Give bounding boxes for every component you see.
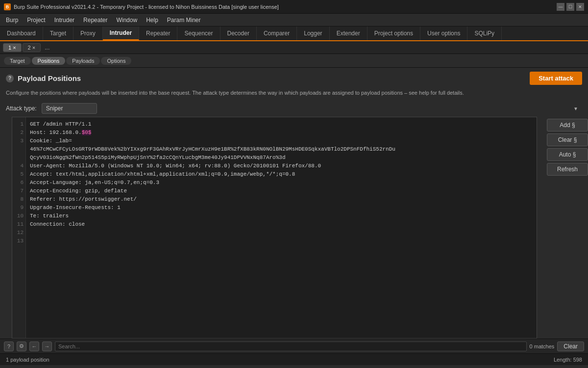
code-line-11: Connection: close: [30, 220, 533, 229]
code-line-8: Referer: https://portswigger.net/: [30, 195, 533, 204]
menu-item-intruder[interactable]: Intruder: [50, 15, 78, 25]
menu-bar: Burp Project Intruder Repeater Window He…: [0, 14, 588, 26]
attack-type-select[interactable]: Sniper Battering ram Pitchfork Cluster b…: [42, 103, 97, 114]
window-controls: — ☐ ✕: [557, 3, 584, 11]
back-button[interactable]: ←: [29, 342, 39, 351]
attack-type-wrapper: Sniper Battering ram Pitchfork Cluster b…: [42, 103, 582, 114]
nav-tab-sequencer[interactable]: Sequencer: [177, 26, 220, 40]
refresh-button[interactable]: Refresh: [547, 163, 588, 176]
help-icon-btn[interactable]: ?: [4, 342, 14, 351]
nav-tab-decoder[interactable]: Decoder: [220, 26, 257, 40]
side-buttons: Add § Clear § Auto § Refresh: [543, 117, 588, 339]
menu-item-project[interactable]: Project: [23, 15, 49, 25]
nav-tab-extender[interactable]: Extender: [330, 26, 368, 40]
page-tabs: 1 × 2 × ...: [0, 41, 588, 54]
close-button[interactable]: ✕: [576, 3, 584, 11]
length-display: Length: 598: [554, 357, 582, 363]
section-title: Payload Positions: [18, 74, 81, 82]
clear-section-button[interactable]: Clear §: [547, 133, 588, 146]
subtab-target[interactable]: Target: [4, 57, 31, 65]
page-tab-2[interactable]: 2 ×: [23, 43, 41, 52]
window-title: Burp Suite Professional v2021.4.2 - Temp…: [14, 4, 279, 10]
nav-tab-comparer[interactable]: Comparer: [257, 26, 297, 40]
code-line-3: Cookie: _lab=: [30, 137, 533, 145]
help-button[interactable]: ?: [6, 75, 14, 82]
page-tab-1[interactable]: 1 ×: [3, 43, 22, 52]
maximize-button[interactable]: ☐: [566, 3, 574, 11]
code-line-13: [30, 237, 533, 245]
status-bar: 1 payload position Length: 598: [0, 353, 588, 365]
attack-type-row: Attack type: Sniper Battering ram Pitchf…: [0, 101, 588, 117]
nav-tab-proxy[interactable]: Proxy: [74, 26, 103, 40]
clear-search-button[interactable]: Clear: [557, 342, 584, 351]
page-tab-more[interactable]: ...: [42, 43, 52, 52]
code-line-10: Te: trailers: [30, 212, 533, 220]
minimize-button[interactable]: —: [557, 3, 564, 11]
code-line-5: Accept: text/html,application/xhtml+xml,…: [30, 170, 533, 179]
code-line-3c: QcyV03ioNgg%2fWn2p514S5piMyRWphpUjSnY%2f…: [30, 154, 533, 162]
code-line-3b: 46%7cMCwCFCyLOsGRT9rWDB8Vek%2bYIXxg9rF3G…: [30, 145, 533, 154]
title-bar: B Burp Suite Professional v2021.4.2 - Te…: [0, 0, 588, 14]
code-line-9: Upgrade-Insecure-Requests: 1: [30, 204, 533, 212]
search-input[interactable]: [55, 342, 527, 351]
section-header: ? Payload Positions Start attack: [0, 68, 588, 87]
forward-button[interactable]: →: [42, 342, 52, 351]
auto-section-button[interactable]: Auto §: [547, 148, 588, 161]
menu-item-help[interactable]: Help: [142, 15, 162, 25]
menu-item-repeater[interactable]: Repeater: [79, 15, 111, 25]
line-numbers: 1 2 3 4 5 6 7 8 9 10 11 12 13: [12, 117, 26, 339]
editor-wrapper: 1 2 3 4 5 6 7 8 9 10 11 12 13 GET /admi: [0, 117, 588, 339]
nav-tab-user-options[interactable]: User options: [420, 26, 467, 40]
bottom-bar: ? ⚙ ← → 0 matches Clear: [0, 339, 588, 353]
matches-badge: 0 matches: [530, 343, 555, 349]
nav-tab-intruder[interactable]: Intruder: [103, 26, 139, 40]
add-section-button[interactable]: Add §: [547, 119, 588, 131]
description-text: Configure the positions where payloads w…: [0, 87, 588, 101]
nav-tab-sqlipy[interactable]: SQLiPy: [467, 26, 502, 40]
code-text[interactable]: GET /admin HTTP/1.1Host: 192.168.0.$0$Co…: [26, 117, 537, 339]
code-line-12: [30, 229, 533, 237]
menu-item-window[interactable]: Window: [112, 15, 141, 25]
nav-tab-dashboard[interactable]: Dashboard: [0, 26, 43, 40]
code-line-7: Accept-Encoding: gzip, deflate: [30, 187, 533, 195]
nav-tab-project-options[interactable]: Project options: [368, 26, 420, 40]
menu-item-paramminer[interactable]: Param Miner: [163, 15, 205, 25]
sub-tabs: Target Positions Payloads Options: [0, 54, 588, 68]
subtab-payloads[interactable]: Payloads: [66, 57, 100, 65]
code-line-2: Host: 192.168.0.$0$: [30, 129, 533, 137]
payload-count: 1 payload position: [6, 357, 49, 363]
nav-tabs: Dashboard Target Proxy Intruder Repeater…: [0, 26, 588, 41]
code-line-1: GET /admin HTTP/1.1: [30, 120, 533, 129]
code-editor[interactable]: 1 2 3 4 5 6 7 8 9 10 11 12 13 GET /admi: [12, 117, 537, 339]
app-icon: B: [4, 3, 11, 10]
code-line-4: User-Agent: Mozilla/5.0 (Windows NT 10.0…: [30, 162, 533, 170]
nav-tab-target[interactable]: Target: [43, 26, 74, 40]
settings-icon-btn[interactable]: ⚙: [17, 342, 26, 351]
nav-tab-logger[interactable]: Logger: [297, 26, 329, 40]
nav-tab-repeater[interactable]: Repeater: [139, 26, 177, 40]
main-content: ? Payload Positions Start attack Configu…: [0, 68, 588, 353]
attack-type-label: Attack type:: [6, 105, 37, 112]
code-line-6: Accept-Language: ja,en-US;q=0.7,en;q=0.3: [30, 179, 533, 187]
menu-item-burp[interactable]: Burp: [2, 15, 22, 25]
start-attack-button[interactable]: Start attack: [530, 72, 582, 85]
editor-and-side: 1 2 3 4 5 6 7 8 9 10 11 12 13 GET /admi: [6, 117, 588, 339]
subtab-options[interactable]: Options: [101, 57, 131, 65]
subtab-positions[interactable]: Positions: [32, 57, 66, 65]
